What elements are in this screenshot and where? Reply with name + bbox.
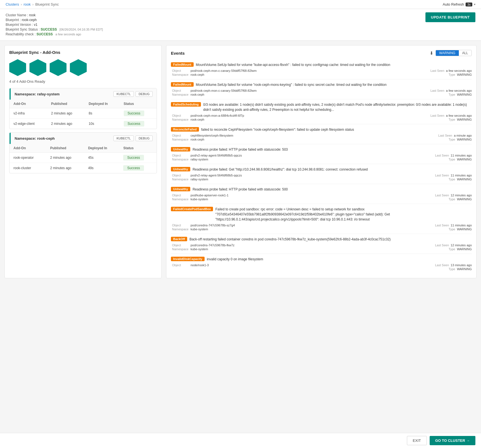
cluster-name-row: Cluster Name : rook <box>6 13 103 17</box>
namespace-value: kube-system <box>191 247 208 251</box>
lastseen-label: Last Seen <box>435 174 449 177</box>
addon-deployed-in: 45s <box>84 153 120 163</box>
table-row: v2-edge-client 2 minutes ago 10s Success <box>10 119 157 129</box>
namespace-section-1: Namespace: rafay-system KUBECTL DEBUG Ad… <box>9 88 157 129</box>
namespace-label: Namespace <box>172 93 189 96</box>
col-addon-1: Add-On <box>10 100 47 108</box>
namespace-section-2: Namespace: rook-ceph KUBECTL DEBUG Add-O… <box>9 132 157 173</box>
blueprint-version-row: Blueprint Version : v1 <box>6 23 103 27</box>
event-meta: Object pod/rook-ceph-mon-a-6884c4cd4f-6f… <box>171 114 472 121</box>
ns1-debug-button[interactable]: DEBUG <box>136 91 153 97</box>
col-deployed-1: Deployed In <box>85 100 120 108</box>
col-status-1: Status <box>120 100 157 108</box>
object-label: Object <box>172 69 189 72</box>
addon-name: v2-infra <box>10 108 47 119</box>
event-main-row: Unhealthy Readiness probe failed: Get "h… <box>171 167 472 172</box>
type-label: Type <box>448 267 455 271</box>
event-message: failed to reconcile CephFilesystem "rook… <box>201 127 472 132</box>
event-message: MountVolume.SetUp failed for volume "kub… <box>196 62 472 67</box>
namespace-value: rook-ceph <box>191 93 204 96</box>
addon-published: 2 minutes ago <box>47 119 85 129</box>
event-tag: FailedMount <box>171 62 194 67</box>
blueprint-version-value: v1 <box>34 23 38 27</box>
namespace-value: kube-system <box>191 197 208 201</box>
breadcrumb-rook[interactable]: rook <box>24 2 31 6</box>
filter-all-button[interactable]: ALL <box>459 50 471 56</box>
download-icon[interactable]: ⬇ <box>430 50 433 56</box>
breadcrumb-sep1: › <box>21 2 22 6</box>
event-lastseen-row: Last Seen 11 minutes ago <box>322 154 472 157</box>
sync-status-label: Blueprint Sync Status : <box>6 27 40 31</box>
ns1-kubectl-button[interactable]: KUBECTL <box>113 91 134 97</box>
lastseen-label: Last Seen <box>435 194 449 197</box>
event-lastseen-row: Last Seen 11 minutes ago <box>322 224 472 227</box>
table-row: rook-operator 2 minutes ago 45s Success <box>10 153 157 163</box>
namespace-label: Namespace <box>172 138 189 141</box>
namespace-label: Namespace <box>172 158 189 161</box>
event-main-row: ReconcileFailed failed to reconcile Ceph… <box>171 127 472 132</box>
object-value: pod/coredns-747c59678b-sz7g4 <box>191 224 235 227</box>
lastseen-value: 12 minutes ago <box>451 194 472 197</box>
event-item: BackOff Back-off restarting failed conta… <box>171 234 472 254</box>
blueprint-label: Blueprint : <box>6 18 21 22</box>
event-message: invalid capacity 0 on image filesystem <box>207 257 472 262</box>
ns2-kubectl-button[interactable]: KUBECTL <box>113 135 134 141</box>
update-blueprint-button[interactable]: UPDATE BLUEPRINT <box>425 12 475 22</box>
event-type-row: Type WARNING <box>322 73 472 76</box>
blueprint-version-label: Blueprint Version : <box>6 23 33 27</box>
addons-ready-text: 4 of 4 Add-Ons Ready <box>9 79 157 84</box>
filter-warning-button[interactable]: WARNING <box>436 50 459 56</box>
object-value: pod/kube-apiserver-rook1-1 <box>191 194 228 197</box>
event-tag: FailedCreatePodSandBox <box>171 207 213 211</box>
object-value: node/rook1-3 <box>191 263 209 267</box>
object-value: pod/v2-relay-agent-564fdf68b5-qqczs <box>191 174 242 177</box>
type-label: Type <box>448 197 455 201</box>
lastseen-label: Last Seen <box>430 89 445 92</box>
events-controls: ⬇ WARNING ALL <box>430 50 472 56</box>
breadcrumb-sep2: › <box>32 2 33 6</box>
lastseen-value: 11 minutes ago <box>451 174 472 177</box>
lastseen-label: Last Seen <box>430 114 445 117</box>
namespace-value: rook-ceph <box>191 73 204 76</box>
addon-name: rook-operator <box>10 153 46 163</box>
event-meta: Object pod/coredns-747c59678b-sz7g4 Last… <box>171 224 472 231</box>
type-value: WARNING <box>457 138 472 141</box>
breadcrumb-clusters[interactable]: Clusters <box>6 2 19 6</box>
lastseen-label: Last Seen <box>438 134 452 137</box>
type-label: Type <box>448 247 455 251</box>
namespace-value: rafay-system <box>191 178 208 181</box>
event-type-row: Type WARNING <box>322 178 472 181</box>
top-bar: Clusters › rook › Blueprint Sync Auto Re… <box>0 0 481 9</box>
namespace-label: Namespace <box>172 197 189 201</box>
event-main-row: BackOff Back-off restarting failed conta… <box>171 237 472 242</box>
hex-icon-2 <box>29 59 46 76</box>
event-object-row: Object pod/v2-relay-agent-564fdf68b5-qqc… <box>172 154 322 157</box>
ns2-debug-button[interactable]: DEBUG <box>136 135 153 141</box>
sync-timestamp: [06/26/2024, 04:16:35 PM EDT] <box>59 28 103 31</box>
addon-published: 2 minutes ago <box>46 163 84 173</box>
reachability-label: Reachability check : <box>6 32 36 36</box>
event-meta: Object pod/coredns-747c59678b-fkw7z Last… <box>171 243 472 251</box>
namespace-label: Namespace <box>172 178 189 181</box>
filter-buttons: WARNING ALL <box>436 50 472 56</box>
left-panel: Blueprint Sync - Add-Ons 4 of 4 Add-Ons … <box>4 45 162 278</box>
event-lastseen-row: Last Seen 12 minutes ago <box>322 243 472 247</box>
event-object-row: Object node/rook1-3 <box>172 263 322 267</box>
namespace-header-2: Namespace: rook-ceph KUBECTL DEBUG <box>10 133 157 144</box>
event-type-row: Type WARNING <box>322 247 472 251</box>
event-type-row: Type WARNING <box>322 158 472 161</box>
event-type-row: Type WARNING <box>322 228 472 231</box>
namespace-label: Namespace <box>172 73 189 76</box>
event-ns-row: Namespacerafay-system <box>172 158 322 161</box>
auto-refresh-control[interactable]: Auto Refresh 3s ▾ <box>443 2 476 6</box>
event-tag: Unhealthy <box>171 187 190 191</box>
event-ns-row <box>172 267 322 271</box>
cluster-name-label: Cluster Name : <box>6 13 28 17</box>
event-lastseen-row: Last Seen a few seconds ago <box>322 89 472 92</box>
event-tag: Unhealthy <box>171 147 190 151</box>
event-item: FailedMount MountVolume.SetUp failed for… <box>171 79 472 99</box>
event-object-row: Object pod/kube-apiserver-rook1-1 <box>172 194 322 197</box>
event-item: FailedMount MountVolume.SetUp failed for… <box>171 59 472 79</box>
event-tag: InvalidDiskCapacity <box>171 257 205 261</box>
object-label: Object <box>172 174 189 177</box>
